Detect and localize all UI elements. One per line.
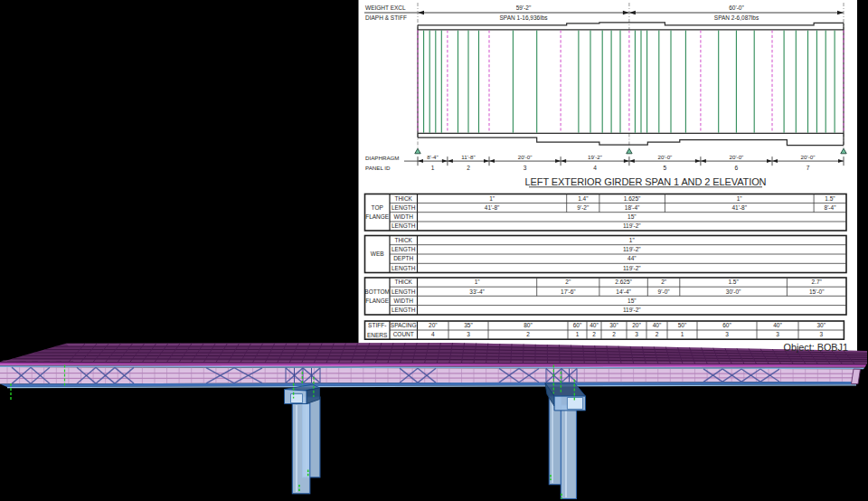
- svg-text:20'-0": 20'-0": [730, 154, 744, 160]
- svg-text:LENGTH: LENGTH: [392, 222, 416, 229]
- svg-text:1.625": 1.625": [624, 195, 641, 202]
- svg-text:DEPTH: DEPTH: [393, 255, 413, 261]
- svg-text:40": 40": [590, 322, 599, 328]
- svg-text:1": 1": [489, 195, 495, 202]
- svg-text:DIAPH & STIFF: DIAPH & STIFF: [365, 14, 407, 21]
- svg-text:3: 3: [776, 331, 779, 337]
- svg-text:2": 2": [661, 279, 667, 285]
- svg-text:2: 2: [467, 165, 470, 171]
- svg-text:1": 1": [629, 237, 636, 243]
- svg-text:THICK: THICK: [394, 195, 412, 202]
- svg-text:20'-0": 20'-0": [518, 154, 533, 160]
- svg-text:33'-4": 33'-4": [469, 288, 485, 295]
- svg-text:3: 3: [467, 331, 470, 337]
- svg-text:ENERS: ENERS: [367, 332, 388, 338]
- svg-text:18'-4": 18'-4": [625, 204, 640, 211]
- svg-text:LENGTH: LENGTH: [392, 204, 416, 211]
- svg-text:THICK: THICK: [394, 279, 412, 285]
- svg-text:119'-2": 119'-2": [623, 246, 641, 252]
- svg-text:STIFF-: STIFF-: [368, 322, 386, 328]
- svg-text:SPACING: SPACING: [391, 322, 417, 328]
- svg-text:20'-0": 20'-0": [658, 154, 673, 160]
- svg-text:2.625": 2.625": [615, 279, 632, 285]
- svg-text:FLANGE: FLANGE: [365, 213, 390, 220]
- svg-text:1.4": 1.4": [578, 195, 589, 202]
- svg-text:20": 20": [429, 322, 438, 328]
- svg-text:60'-0": 60'-0": [729, 5, 744, 11]
- svg-text:BOTTOM: BOTTOM: [364, 288, 390, 295]
- svg-text:6: 6: [735, 165, 739, 171]
- svg-text:THICK: THICK: [394, 237, 412, 243]
- svg-text:1.5": 1.5": [728, 279, 739, 285]
- svg-text:119'-2": 119'-2": [623, 265, 641, 271]
- svg-text:3: 3: [819, 331, 823, 337]
- svg-text:7: 7: [807, 165, 810, 171]
- svg-text:WIDTH: WIDTH: [394, 298, 414, 304]
- svg-text:44": 44": [627, 255, 637, 261]
- svg-text:WEIGHT EXCL: WEIGHT EXCL: [365, 5, 406, 11]
- svg-text:35": 35": [464, 322, 473, 328]
- svg-text:40": 40": [773, 322, 782, 328]
- svg-text:41'-8": 41'-8": [485, 204, 500, 211]
- svg-text:2": 2": [565, 279, 571, 285]
- svg-text:3: 3: [524, 165, 527, 171]
- svg-text:Object: BOBJ1: Object: BOBJ1: [784, 342, 848, 353]
- svg-text:30": 30": [816, 322, 826, 328]
- svg-text:LENGTH: LENGTH: [392, 265, 416, 271]
- svg-text:PANEL ID: PANEL ID: [365, 165, 391, 171]
- svg-text:30'-0": 30'-0": [726, 288, 741, 295]
- svg-text:DIAPHRAGM: DIAPHRAGM: [365, 155, 399, 161]
- svg-text:30": 30": [609, 322, 618, 328]
- svg-text:9'-0": 9'-0": [658, 288, 671, 295]
- svg-text:FLANGE: FLANGE: [365, 298, 390, 304]
- svg-text:4: 4: [431, 331, 435, 337]
- svg-text:1: 1: [431, 165, 435, 171]
- svg-text:11'-8": 11'-8": [461, 154, 475, 160]
- svg-text:15'-0": 15'-0": [809, 288, 825, 295]
- svg-text:5: 5: [664, 165, 667, 171]
- svg-text:15": 15": [627, 213, 637, 220]
- svg-text:1": 1": [475, 279, 481, 285]
- svg-text:4: 4: [593, 165, 597, 171]
- svg-text:50": 50": [678, 322, 687, 328]
- svg-text:SPAN 2-6,087lbs: SPAN 2-6,087lbs: [714, 14, 760, 21]
- svg-text:14'-4": 14'-4": [616, 288, 631, 295]
- svg-text:3: 3: [635, 331, 638, 337]
- svg-text:1": 1": [737, 195, 743, 202]
- svg-text:41'-8": 41'-8": [731, 204, 747, 211]
- svg-text:3: 3: [725, 331, 729, 337]
- svg-text:59'-2": 59'-2": [516, 5, 532, 11]
- svg-text:WEB: WEB: [371, 250, 384, 257]
- svg-text:LENGTH: LENGTH: [392, 307, 416, 313]
- svg-text:TOP: TOP: [372, 204, 383, 211]
- svg-text:2: 2: [612, 331, 616, 337]
- svg-text:LENGTH: LENGTH: [392, 246, 416, 252]
- svg-text:WIDTH: WIDTH: [394, 213, 414, 220]
- svg-text:1: 1: [576, 331, 580, 337]
- svg-text:LEFT EXTERIOR GIRDER SPAN 1 AN: LEFT EXTERIOR GIRDER SPAN 1 AND 2 ELEVAT…: [525, 176, 767, 187]
- svg-text:17'-6": 17'-6": [561, 288, 576, 295]
- svg-text:20": 20": [632, 322, 641, 328]
- svg-text:40": 40": [653, 322, 662, 328]
- svg-text:19'-2": 19'-2": [588, 154, 602, 160]
- svg-text:2: 2: [592, 331, 596, 337]
- svg-text:119'-2": 119'-2": [623, 307, 641, 313]
- svg-text:1: 1: [681, 331, 684, 337]
- svg-text:9'-2": 9'-2": [577, 204, 590, 211]
- svg-text:LENGTH: LENGTH: [392, 288, 416, 295]
- svg-text:80": 80": [524, 322, 533, 328]
- svg-text:SPAN 1-16,936lbs: SPAN 1-16,936lbs: [500, 14, 549, 21]
- svg-text:8'-4": 8'-4": [825, 204, 837, 211]
- svg-text:15": 15": [627, 298, 637, 304]
- svg-text:2.7": 2.7": [812, 279, 823, 285]
- svg-text:20'-0": 20'-0": [801, 154, 816, 160]
- svg-text:60": 60": [722, 322, 731, 328]
- svg-text:COUNT: COUNT: [393, 331, 414, 337]
- svg-text:1.5": 1.5": [825, 195, 835, 202]
- svg-text:119'-2": 119'-2": [623, 222, 641, 229]
- svg-text:2: 2: [656, 331, 659, 337]
- svg-text:2: 2: [526, 331, 530, 337]
- svg-text:8'-4": 8'-4": [427, 154, 438, 160]
- svg-text:60": 60": [573, 322, 582, 328]
